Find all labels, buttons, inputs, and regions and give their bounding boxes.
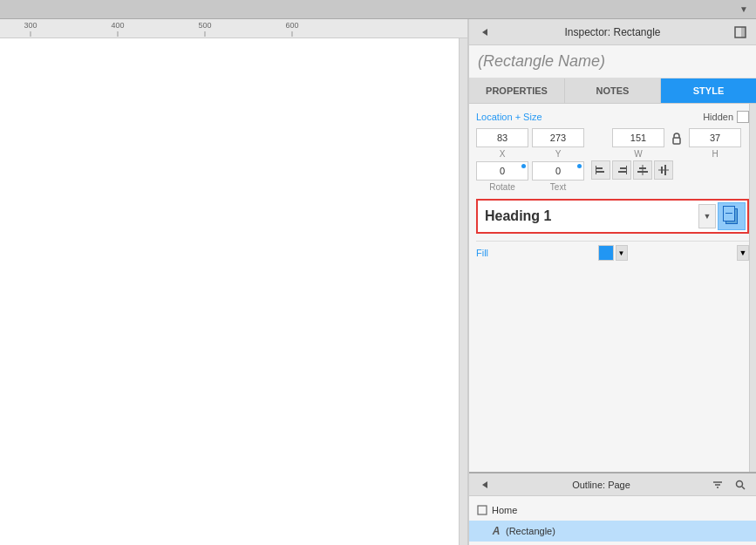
svg-rect-15	[658, 170, 669, 171]
style-copy-btn[interactable]	[718, 202, 746, 230]
y-label: Y	[555, 149, 562, 159]
svg-line-21	[742, 487, 745, 489]
h-input[interactable]	[689, 128, 741, 147]
fill-color-dropdown[interactable]: ▼	[616, 245, 628, 261]
svg-rect-8	[618, 171, 627, 173]
outline-panel: Outline: Page	[469, 472, 756, 545]
text-dot	[577, 164, 582, 168]
svg-point-20	[737, 480, 743, 487]
rotate-field-group: Rotate	[476, 161, 528, 192]
w-input[interactable]	[612, 128, 664, 147]
outline-item-rectangle[interactable]: A (Rectangle)	[469, 521, 756, 542]
svg-rect-22	[478, 506, 487, 514]
lock-aspect-icon[interactable]	[668, 130, 685, 147]
inspector-back-icon[interactable]	[476, 24, 494, 41]
outline-home-icon	[476, 504, 488, 516]
inspector-content: Location + Size Hidden X Y	[469, 104, 756, 472]
svg-rect-4	[596, 167, 603, 169]
outline-rectangle-icon: A	[490, 525, 502, 537]
outline-header-icons	[709, 476, 749, 494]
collapse-arrow-icon[interactable]: ▼	[735, 1, 753, 18]
tab-notes[interactable]: NOTES	[565, 78, 661, 103]
rotate-text-row: Rotate Text	[476, 160, 749, 192]
inspector-tabs: PROPERTIES NOTES STYLE	[469, 78, 756, 104]
style-selector-row: ▼	[476, 199, 749, 234]
more-options-btn[interactable]: ▼	[737, 245, 749, 261]
canvas-scrollbar[interactable]	[459, 38, 467, 545]
align-buttons	[591, 160, 673, 180]
outline-home-label: Home	[492, 505, 517, 515]
xywh-fields-row: X Y W	[476, 128, 749, 159]
align-h-center-btn[interactable]	[633, 160, 652, 180]
outline-item-home[interactable]: Home	[469, 500, 756, 521]
inspector-title: Inspector: Rectangle	[564, 26, 660, 38]
ruler-mark-400: 400	[111, 21, 124, 37]
outline-title: Outline: Page	[572, 480, 630, 490]
hidden-text: Hidden	[703, 112, 733, 122]
outline-rectangle-label: (Rectangle)	[506, 526, 555, 536]
fill-color-button[interactable]: ▼	[598, 245, 628, 261]
x-field-group: X	[476, 128, 528, 159]
inspector-scrollbar[interactable]	[749, 104, 756, 472]
outline-search-icon[interactable]	[732, 476, 749, 494]
tab-style[interactable]: STYLE	[661, 78, 756, 103]
rotate-label: Rotate	[489, 182, 514, 192]
rectangle-name[interactable]: (Rectangle Name)	[469, 45, 756, 78]
text-label: Text	[550, 182, 566, 192]
text-field-group: Text	[532, 161, 584, 192]
outline-back-icon[interactable]	[476, 476, 494, 494]
main-layout: 300400500600 Inspector: Rectangle (Recta…	[0, 19, 756, 545]
y-field-group: Y	[532, 128, 584, 159]
top-bar: ▼	[0, 0, 756, 19]
ruler-inner: 300400500600	[0, 19, 467, 37]
svg-rect-3	[673, 138, 680, 144]
svg-rect-6	[596, 166, 596, 174]
inspector-expand-icon[interactable]	[732, 24, 749, 41]
ruler-mark-500: 500	[198, 21, 211, 37]
rotate-dot	[521, 164, 526, 168]
h-label: H	[712, 149, 718, 159]
style-dropdown-btn[interactable]: ▼	[698, 204, 716, 228]
canvas-content	[0, 38, 459, 545]
y-input[interactable]	[532, 128, 584, 147]
fill-row: Fill ▼ ▼	[476, 241, 749, 264]
inspector-panel: Inspector: Rectangle (Rectangle Name) PR…	[468, 19, 756, 545]
tab-properties[interactable]: PROPERTIES	[469, 78, 565, 103]
rotate-input[interactable]	[476, 161, 528, 181]
hidden-checkbox[interactable]	[737, 111, 749, 123]
svg-marker-0	[482, 29, 487, 36]
inspector-header: Inspector: Rectangle	[469, 19, 756, 45]
outline-content: Home A (Rectangle)	[469, 496, 756, 545]
canvas-area: 300400500600	[0, 19, 468, 545]
align-right-btn[interactable]	[612, 160, 631, 180]
outline-filter-icon[interactable]	[709, 476, 726, 494]
location-size-label: Location + Size	[476, 112, 542, 122]
h-field-group: H	[689, 128, 741, 159]
x-label: X	[500, 149, 506, 159]
copy-document-icon	[723, 206, 740, 227]
svg-rect-12	[643, 165, 644, 175]
ruler-mark-300: 300	[24, 21, 37, 37]
svg-rect-9	[626, 166, 627, 174]
svg-rect-2	[741, 27, 746, 37]
w-label: W	[634, 149, 642, 159]
svg-rect-5	[596, 171, 604, 173]
svg-rect-7	[620, 167, 627, 169]
align-left-btn[interactable]	[591, 160, 610, 180]
fill-color-swatch	[598, 245, 614, 261]
outline-header: Outline: Page	[469, 473, 756, 496]
x-input[interactable]	[476, 128, 528, 147]
text-input[interactable]	[532, 161, 584, 181]
svg-marker-16	[482, 481, 487, 488]
fill-label: Fill	[476, 248, 488, 258]
w-field-group: W	[612, 128, 664, 159]
style-name-input[interactable]	[480, 204, 697, 228]
ruler-top: 300400500600	[0, 19, 467, 38]
ruler-mark-600: 600	[285, 21, 298, 37]
location-size-header: Location + Size Hidden	[476, 111, 749, 123]
hidden-toggle[interactable]: Hidden	[703, 111, 749, 123]
align-v-center-btn[interactable]	[654, 160, 673, 180]
